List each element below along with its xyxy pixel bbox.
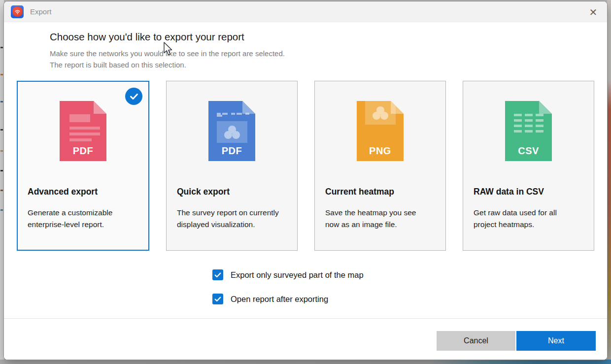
- page-fold: [391, 101, 404, 114]
- checkbox-open-report-after[interactable]: Open report after exporting: [212, 294, 364, 304]
- option-description: Get raw data used for all project heatma…: [474, 207, 578, 230]
- option-title: Current heatmap: [325, 187, 445, 197]
- page-fold: [94, 101, 106, 114]
- checkbox-label: Export only surveyed part of the map: [231, 270, 364, 280]
- next-button[interactable]: Next: [516, 331, 596, 351]
- export-option-current-heatmap[interactable]: PNG Current heatmap Save the heatmap you…: [314, 81, 446, 251]
- checkbox-checked-icon[interactable]: [212, 269, 223, 280]
- close-button[interactable]: ✕: [585, 5, 601, 20]
- mouse-cursor: [162, 41, 173, 57]
- desktop-background-right-edge: [607, 0, 611, 364]
- heatmap-thumbnail-art: [217, 121, 247, 143]
- page-fold: [242, 101, 255, 114]
- app-wifi-icon: [11, 5, 24, 18]
- checkbox-export-only-surveyed[interactable]: Export only surveyed part of the map: [212, 269, 364, 280]
- export-dialog: Export ✕ Choose how you'd like to export…: [3, 1, 608, 360]
- subtitle-line-2: The report is built based on this select…: [50, 59, 285, 70]
- checkbox-checked-icon[interactable]: [212, 294, 223, 304]
- option-description: Generate a customizable enterprise-level…: [28, 207, 132, 230]
- file-type-label: PNG: [357, 145, 404, 157]
- option-title: RAW data in CSV: [474, 187, 594, 197]
- desktop-background-bottom-edge: [0, 360, 611, 364]
- pdf-document-icon: PDF: [208, 101, 255, 161]
- export-options-row: PDF Advanced export Generate a customiza…: [17, 81, 594, 251]
- file-type-label: CSV: [505, 145, 552, 157]
- checkbox-label: Open report after exporting: [231, 295, 328, 304]
- option-title: Advanced export: [28, 187, 148, 197]
- option-title: Quick export: [177, 187, 297, 197]
- export-option-quick-export[interactable]: PDF Quick export The survey report on cu…: [166, 81, 298, 251]
- export-settings: Export only surveyed part of the map Ope…: [212, 269, 364, 304]
- selected-check-badge-icon: [125, 88, 142, 105]
- footer: Cancel Next: [4, 319, 607, 360]
- export-option-advanced-export[interactable]: PDF Advanced export Generate a customiza…: [17, 81, 149, 251]
- dialog-heading: Choose how you'd like to export your rep…: [50, 31, 244, 43]
- spreadsheet-grid-art: [505, 101, 552, 132]
- titlebar: Export ✕: [4, 1, 607, 22]
- png-document-icon: PNG: [357, 101, 404, 161]
- file-type-label: PDF: [60, 145, 106, 157]
- pdf-document-icon: PDF: [60, 101, 106, 161]
- cancel-button[interactable]: Cancel: [437, 331, 515, 351]
- csv-document-icon: CSV: [505, 101, 552, 161]
- file-type-label: PDF: [208, 145, 255, 157]
- option-description: The survey report on currently displayed…: [177, 207, 281, 230]
- option-description: Save the heatmap you see now as an image…: [325, 207, 430, 230]
- window-title: Export: [30, 7, 51, 16]
- export-option-raw-csv[interactable]: CSV RAW data in CSV Get raw data used fo…: [463, 81, 594, 251]
- page-fold: [539, 101, 552, 114]
